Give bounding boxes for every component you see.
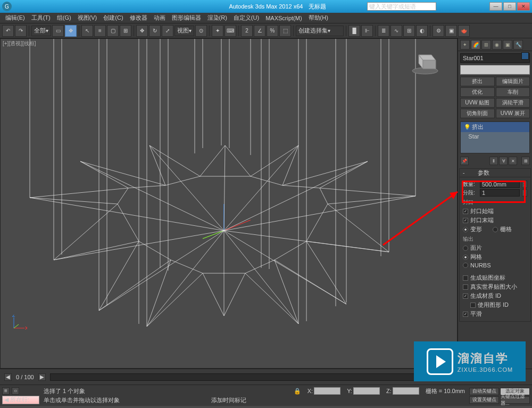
add-time-tag[interactable]: 添加时间标记 <box>211 396 246 404</box>
btn-optimize[interactable]: 优化 <box>460 87 495 97</box>
nurbs-radio[interactable] <box>463 263 468 268</box>
menu-maxscript[interactable]: MAXScript(M) <box>262 15 305 21</box>
object-name-input[interactable]: Star001 <box>460 53 530 63</box>
remove-mod-button[interactable]: ✕ <box>509 157 517 165</box>
z-input[interactable] <box>393 387 419 395</box>
tab-modify[interactable]: 🌈 <box>471 40 480 50</box>
select-button[interactable]: ↖ <box>81 25 93 37</box>
tab-create[interactable]: ✦ <box>460 40 470 50</box>
real-world-checkbox[interactable] <box>463 284 468 290</box>
btn-lathe[interactable]: 车削 <box>496 87 530 97</box>
y-input[interactable] <box>353 387 380 395</box>
script-mini-button[interactable]: ≡ <box>2 387 10 395</box>
btn-turbosmooth[interactable]: 涡轮平滑 <box>496 98 530 108</box>
menu-animation[interactable]: 动画 <box>151 14 169 22</box>
material-editor-button[interactable]: ◐ <box>416 25 428 37</box>
use-shape-checkbox[interactable] <box>470 303 476 308</box>
snap-2d-button[interactable]: 2 <box>241 25 253 37</box>
tab-hierarchy[interactable]: ⊞ <box>481 40 491 50</box>
coord-system-dropdown[interactable]: 视图 ▾ <box>174 26 194 36</box>
spinner-snap-button[interactable]: ⬚ <box>279 25 291 37</box>
select-region-button[interactable]: ▢ <box>107 25 119 37</box>
layers-button[interactable]: ≣ <box>378 25 389 37</box>
window-crossing-button[interactable]: ⊞ <box>120 25 131 37</box>
curve-editor-button[interactable]: ∿ <box>390 25 402 37</box>
snap-angle-button[interactable]: ∠ <box>254 25 265 37</box>
gen-map-checkbox[interactable] <box>463 275 468 281</box>
lock-icon[interactable]: 🔒 <box>294 388 301 395</box>
segments-input[interactable]: 1 <box>480 189 520 197</box>
rotate-button[interactable]: ↻ <box>149 25 161 37</box>
tab-display[interactable]: ▣ <box>503 40 512 50</box>
patch-radio[interactable] <box>463 246 468 251</box>
menu-help[interactable]: 帮助(H) <box>305 14 331 22</box>
autokey-button[interactable]: 自动关键点 <box>469 388 499 395</box>
close-button[interactable]: ✕ <box>517 2 530 11</box>
menu-create[interactable]: 创建(C) <box>100 14 126 22</box>
menu-graph[interactable]: 图形编辑器 <box>169 14 204 22</box>
btn-extrude[interactable]: 挤出 <box>460 77 495 86</box>
rollout-header[interactable]: - 参数 <box>460 169 530 177</box>
x-input[interactable] <box>314 387 340 395</box>
mesh-radio[interactable] <box>463 255 468 260</box>
render-setup-button[interactable]: ⚙ <box>433 25 444 37</box>
show-result-button[interactable]: Ⅱ <box>489 157 498 165</box>
menu-render[interactable]: 渲染(R) <box>204 14 230 22</box>
viewport[interactable]: [+][透视][线框] <box>0 38 458 369</box>
redo-button[interactable]: ↷ <box>15 25 27 37</box>
keyboard-button[interactable]: ⌨ <box>225 25 236 37</box>
amount-spinner[interactable]: ▲▼ <box>522 181 527 188</box>
snap-percent-button[interactable]: % <box>267 25 278 37</box>
amount-input[interactable]: 500.0mm <box>480 181 520 188</box>
menu-edit[interactable]: 编辑(E) <box>2 14 28 22</box>
cap-end-checkbox[interactable]: ✓ <box>463 218 468 223</box>
gen-mat-checkbox[interactable]: ✓ <box>463 293 468 299</box>
cap-start-checkbox[interactable]: ✓ <box>463 209 468 214</box>
render-frame-button[interactable]: ▣ <box>445 25 457 37</box>
minimize-button[interactable]: — <box>489 2 502 11</box>
grid-radio[interactable] <box>493 227 498 232</box>
search-input[interactable]: 键入关键字或短语 <box>367 2 436 11</box>
move-button[interactable]: ✥ <box>136 25 148 37</box>
pivot-button[interactable]: ⊙ <box>195 25 207 37</box>
manipulate-button[interactable]: ✦ <box>212 25 223 37</box>
setkey-button[interactable]: 设置关键点 <box>469 396 499 404</box>
menu-view[interactable]: 视图(V) <box>74 14 101 22</box>
btn-uvw-unwrap[interactable]: UVW 展开 <box>496 109 530 118</box>
modifier-stack[interactable]: 💡 挤出 Star <box>460 121 530 153</box>
select-move-button[interactable]: ✥ <box>65 25 77 37</box>
btn-edit-patch[interactable]: 编辑面片 <box>496 77 530 86</box>
mirror-button[interactable]: ▐▌ <box>348 25 360 37</box>
smooth-checkbox[interactable]: ✓ <box>463 312 468 317</box>
configure-button[interactable]: ⊞ <box>521 157 530 165</box>
menu-tools[interactable]: 工具(T) <box>28 14 54 22</box>
script-rec-button[interactable]: ○ <box>12 387 19 395</box>
morph-radio[interactable] <box>463 227 468 232</box>
object-color-swatch[interactable] <box>521 52 529 60</box>
align-button[interactable]: ⊩ <box>361 25 373 37</box>
tab-utilities[interactable]: 🔧 <box>513 40 523 50</box>
menu-custom[interactable]: 自定义(U) <box>230 14 262 22</box>
undo-button[interactable]: ↶ <box>2 25 14 37</box>
modifier-list-dropdown[interactable]: 修改器列表▾ <box>460 65 530 75</box>
stack-star[interactable]: Star <box>461 132 529 141</box>
scale-button[interactable]: ⤢ <box>162 25 173 37</box>
selection-set-dropdown[interactable]: 创建选择集 ▾ <box>296 26 344 36</box>
maximize-button[interactable]: □ <box>503 2 516 11</box>
segments-spinner[interactable]: ▲▼ <box>522 189 527 197</box>
filter-dropdown[interactable]: 全部 ▾ <box>31 26 51 36</box>
select-object-button[interactable]: ▭ <box>52 25 64 37</box>
btn-uvw-map[interactable]: UVW 贴图 <box>460 98 495 108</box>
btn-chamfer[interactable]: 切角剖面 <box>460 109 495 118</box>
menu-group[interactable]: 组(G) <box>54 14 74 22</box>
timeline-right-button[interactable]: ▶ <box>38 373 46 381</box>
unique-button[interactable]: ∀ <box>499 157 508 165</box>
timeline-left-button[interactable]: ◀ <box>4 373 12 381</box>
viewcube[interactable] <box>409 44 441 76</box>
select-name-button[interactable]: ≡ <box>94 25 106 37</box>
keyfilter-button[interactable]: 关键点过滤器... <box>500 396 530 404</box>
tab-motion[interactable]: ◉ <box>492 40 502 50</box>
pin-stack-button[interactable]: 📌 <box>460 157 469 165</box>
stack-extrude[interactable]: 💡 挤出 <box>461 122 529 132</box>
render-button[interactable]: 🫖 <box>458 25 470 37</box>
